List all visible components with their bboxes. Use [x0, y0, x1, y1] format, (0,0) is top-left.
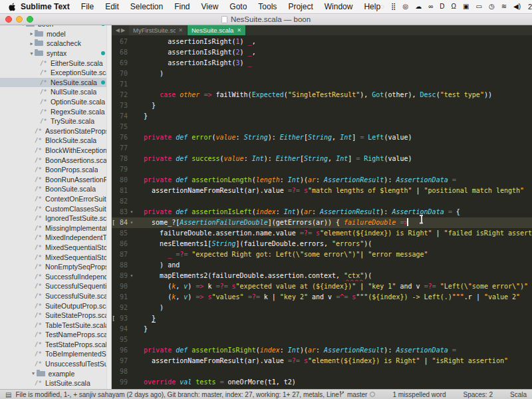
menu-file[interactable]: File: [81, 2, 94, 11]
code-line-75[interactable]: 75: [112, 122, 532, 132]
code-line-71[interactable]: 71: [112, 79, 532, 90]
sidebar-file-nessuite-scala[interactable]: /*NesSuite.scala: [0, 78, 111, 88]
volume-icon[interactable]: ◀): [513, 3, 521, 10]
code-area[interactable]: 67 assertionIsRight(1) _,68 assertionIsR…: [112, 35, 532, 389]
sidebar-file-optionsuite-scala[interactable]: /*OptionSuite.scala: [0, 97, 111, 107]
sidebar-file-assertionstateprops-scala[interactable]: /*AssertionStateProps.scala: [0, 126, 111, 136]
sidebar-folder-syntax[interactable]: ▾syntax: [0, 49, 111, 59]
menu-window[interactable]: Window: [325, 2, 353, 11]
chevron-right-icon[interactable]: ▸: [29, 31, 35, 37]
code-line-93[interactable]: [93 }: [112, 313, 532, 324]
bell-icon[interactable]: Ω: [452, 3, 456, 10]
code-line-85[interactable]: 85 failureDouble.assertion.name.value =?…: [112, 228, 532, 239]
code-line-77[interactable]: 77: [112, 143, 532, 154]
sidebar-file-trysuite-scala[interactable]: /*TrySuite.scala: [0, 116, 111, 126]
code-line-68[interactable]: 68 assertionIsRight(2) _,: [112, 47, 532, 58]
menu-tools[interactable]: Tools: [258, 2, 277, 11]
sidebar-file-suiteoutputprop-scala[interactable]: /*SuiteOutputProp.scala: [0, 301, 111, 311]
zoom-window-button[interactable]: [27, 16, 33, 23]
code-line-97[interactable]: 97 assertionNameFromResult(ar).value =?=…: [112, 356, 532, 366]
sidebar-file-mixedsequentialstopsonfailu[interactable]: /*MixedSequentialStopsOnFailu: [0, 252, 111, 262]
sidebar-file-boonprops-scala[interactable]: /*BoonProps.scala: [0, 165, 111, 175]
code-line-67[interactable]: 67 assertionIsRight(1) _,: [112, 37, 532, 47]
code-line-88[interactable]: 88 ) and: [112, 260, 532, 271]
chevron-down-icon[interactable]: ▾: [29, 51, 35, 57]
code-line-94[interactable]: 94 }: [112, 324, 532, 334]
tab-scroll-left-icon[interactable]: ◀: [116, 27, 120, 33]
code-line-70[interactable]: 70 ): [112, 68, 532, 79]
sidebar-file-tobeimplementedsuite-scala[interactable]: /*ToBeImplementedSuite.scala: [0, 349, 111, 359]
sidebar-file-successfulsequentialtestsuite[interactable]: /*SuccessfulSequentialTestSuite: [0, 281, 111, 291]
menu-selection[interactable]: Selection: [130, 2, 163, 11]
sidebar-file-tabletestsuite-scala[interactable]: /*TableTestSuite.scala: [0, 320, 111, 330]
git-branch-status[interactable]: master: [339, 391, 376, 398]
indentation-status[interactable]: Spaces: 2: [464, 391, 493, 398]
docker-icon[interactable]: D: [440, 3, 444, 10]
code-line-91[interactable]: 91 (k, v) => s"values" =?= k | "key 2" a…: [112, 292, 532, 303]
sidebar-file-suitestateprops-scala[interactable]: /*SuiteStateProps.scala: [0, 311, 111, 321]
minimize-window-button[interactable]: [16, 16, 23, 23]
sidebar-file-boonassertions-scala[interactable]: /*BoonAssertions.scala: [0, 155, 111, 165]
wifi-icon[interactable]: ≋: [501, 3, 507, 10]
code-line-79[interactable]: 79: [112, 164, 532, 175]
keyboard-brightness-icon[interactable]: ◌: [380, 3, 384, 10]
tab-scroll-right-icon[interactable]: ▶: [121, 27, 125, 33]
chevron-right-icon[interactable]: ▸: [29, 41, 35, 47]
code-line-83[interactable]: 83▾ private def assertionIsLeft(index: I…: [112, 207, 532, 217]
sidebar-file-unsuccessfultestsuite-scala[interactable]: /*UnsuccessfulTestSuite.scala: [0, 359, 111, 369]
code-line-69[interactable]: 69 assertionIsRight(3) _: [112, 58, 532, 68]
battery-indicator[interactable]: 28%: [528, 3, 532, 11]
code-line-90[interactable]: 90 (k, v) => k =?= s"expected value at (…: [112, 281, 532, 292]
menu-find[interactable]: Find: [174, 2, 190, 11]
code-line-82[interactable]: 82: [112, 196, 532, 207]
sidebar-file-successfulsuite-scala[interactable]: /*SuccessfulSuite.scala: [0, 291, 111, 301]
code-line-99[interactable]: 99 override val tests = oneOrMore(t1, t2…: [112, 377, 532, 388]
sidebar-file-testnameprops-scala[interactable]: /*TestNameProps.scala: [0, 330, 111, 340]
close-window-button[interactable]: [5, 16, 12, 23]
sidebar-file-successfulindependenttestsu[interactable]: /*SuccessfulIndependentTestSu: [0, 271, 111, 281]
code-line-81[interactable]: 81 assertionNameFromResult(ar).value =?=…: [112, 186, 532, 196]
sidebar-file-ignoredtestsuite-scala[interactable]: /*IgnoredTestSuite.scala: [0, 213, 111, 223]
code-line-96[interactable]: 96 private def assertionIsRight(index: I…: [112, 345, 532, 356]
code-line-74[interactable]: 74 }: [112, 111, 532, 122]
fold-arrow-icon[interactable]: ▾: [128, 271, 136, 281]
code-line-80[interactable]: 80 private def assertionLength(length: I…: [112, 175, 532, 186]
cloud-icon[interactable]: ☁: [415, 3, 422, 10]
close-tab-icon[interactable]: ✕: [178, 27, 183, 33]
sidebar-file-regexsuite-scala[interactable]: /*RegexSuite.scala: [0, 106, 111, 116]
time-machine-icon[interactable]: ◷: [489, 3, 495, 10]
code-line-86[interactable]: 86 nesElements1[String](failureDouble.er…: [112, 239, 532, 249]
code-line-98[interactable]: 98: [112, 366, 532, 377]
sidebar-file-blockwithexceptiontestsuite-s[interactable]: /*BlockWithExceptionTestSuite.s: [0, 146, 111, 156]
sidebar-file-mixedindependenttestsuite-sc[interactable]: /*MixedIndependentTestSuite.sc: [0, 233, 111, 243]
fold-arrow-icon[interactable]: ▾: [128, 217, 136, 228]
sidebar-folder-model[interactable]: ▸model: [0, 29, 111, 39]
sidebar-file-blocksuite-scala[interactable]: /*BlockSuite.scala: [0, 136, 111, 146]
menu-view[interactable]: View: [201, 2, 219, 11]
vintage-mode-icon[interactable]: ▤: [5, 391, 11, 398]
sidebar-file-eithersuite-scala[interactable]: /*EitherSuite.scala: [0, 58, 111, 68]
sidebar-folder-scalacheck[interactable]: ▸scalacheck: [0, 39, 111, 49]
sidebar-file-mixedsequentialstopsonerror[interactable]: /*MixedSequentialStopsOnError: [0, 243, 111, 253]
menu-edit[interactable]: Edit: [105, 2, 119, 11]
sidebar-file-customclassessuite-scala[interactable]: /*CustomClassesSuite.scala: [0, 203, 111, 213]
dropbox-icon[interactable]: ⣿: [391, 3, 396, 10]
code-line-92[interactable]: 92 ): [112, 303, 532, 313]
syntax-status[interactable]: Scala: [510, 391, 527, 398]
close-tab-icon[interactable]: ✕: [237, 27, 241, 33]
spellcheck-status[interactable]: 1 misspelled word: [392, 391, 446, 398]
tab-nessuite-scala[interactable]: NesSuite.scala✕: [188, 25, 246, 35]
code-line-87[interactable]: 87 _ =?= "expected Right got: Left(\"som…: [112, 249, 532, 260]
at-circle-icon[interactable]: ◎: [402, 3, 408, 10]
code-line-72[interactable]: 72 case other => failWith(Expected("Sing…: [112, 90, 532, 100]
sidebar-folder-example[interactable]: ▾example: [0, 368, 111, 378]
sidebar-file-boonsuite-scala[interactable]: /*BoonSuite.scala: [0, 184, 111, 194]
sidebar-file-exceptionsuite-scala[interactable]: /*ExceptionSuite.scala: [0, 68, 111, 78]
menu-help[interactable]: Help: [364, 2, 380, 11]
menu-goto[interactable]: Goto: [229, 2, 247, 11]
sidebar-file-listsuite-scala[interactable]: /*ListSuite.scala: [0, 378, 111, 388]
chevron-down-icon[interactable]: ▾: [31, 370, 37, 376]
code-line-95[interactable]: 95: [112, 334, 532, 345]
tab-myfirstsuite-scala[interactable]: MyFirstSuite.scala✕: [129, 25, 188, 35]
sidebar-scrollbar[interactable]: [106, 25, 111, 389]
